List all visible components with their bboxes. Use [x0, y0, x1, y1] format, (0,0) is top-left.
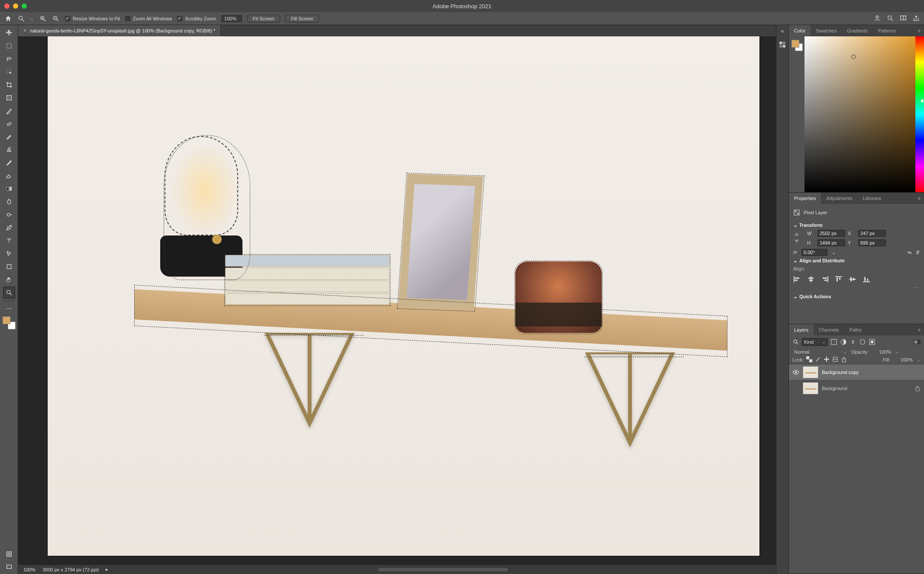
zoom-tool[interactable] — [3, 287, 15, 299]
lock-transparency-icon[interactable] — [806, 356, 812, 363]
align-hcenter-icon[interactable] — [807, 276, 815, 283]
quick-actions-section[interactable]: Quick Actions — [793, 292, 920, 301]
filter-pixel-icon[interactable] — [830, 339, 837, 345]
share-icon[interactable] — [913, 15, 920, 23]
blend-mode-select[interactable]: Normal⌄ — [792, 349, 849, 355]
angle-input[interactable]: 0.00° — [801, 249, 827, 256]
status-caret-icon[interactable]: ▸ — [106, 567, 108, 572]
height-input[interactable]: 1494 px — [817, 239, 845, 246]
lock-pixels-icon[interactable] — [815, 356, 821, 363]
scrubby-zoom-checkbox[interactable]: Scrubby Zoom — [177, 16, 216, 21]
collapse-chevron-icon[interactable]: « — [779, 28, 786, 35]
panel-menu-icon[interactable]: ≡ — [914, 324, 924, 335]
flip-vertical-icon[interactable]: ⇵ — [916, 250, 920, 255]
healing-brush-tool[interactable] — [3, 118, 15, 130]
crop-tool[interactable] — [3, 79, 15, 91]
marquee-tool[interactable] — [3, 40, 15, 52]
tab-libraries[interactable]: Libraries — [858, 193, 886, 204]
move-tool[interactable] — [3, 27, 15, 39]
tab-layers[interactable]: Layers — [789, 324, 814, 335]
history-brush-tool[interactable] — [3, 157, 15, 169]
layer-row[interactable]: Background — [789, 380, 924, 396]
zoom-in-icon[interactable] — [39, 15, 47, 23]
flip-horizontal-icon[interactable]: ⇋ — [908, 250, 911, 255]
frame-tool[interactable] — [3, 92, 15, 104]
minimize-window-button[interactable] — [13, 3, 18, 9]
eraser-tool[interactable] — [3, 170, 15, 182]
panel-menu-icon[interactable]: ≡ — [914, 25, 924, 36]
fill-input[interactable]: 100% — [893, 357, 914, 362]
status-doc-info[interactable]: 3000 px x 2794 px (72 ppi) — [42, 567, 99, 572]
layer-filter-kind[interactable]: Kind⌄ — [802, 338, 828, 346]
zoom-out-icon[interactable] — [52, 15, 60, 23]
fit-screen-button[interactable]: Fit Screen — [247, 15, 280, 23]
status-zoom[interactable]: 100% — [23, 567, 36, 572]
chevron-down-icon[interactable]: ⌄ — [917, 358, 921, 362]
chevron-down-icon[interactable]: ⌄ — [895, 350, 899, 354]
home-button[interactable] — [4, 15, 12, 23]
zoom-preset-caret-icon[interactable]: ⌄ — [30, 16, 34, 21]
layer-name[interactable]: Background — [822, 386, 847, 391]
search-icon[interactable] — [887, 15, 894, 23]
clone-stamp-tool[interactable] — [3, 144, 15, 156]
lasso-tool[interactable] — [3, 53, 15, 65]
gradient-tool[interactable] — [3, 183, 15, 195]
quick-mask-button[interactable] — [3, 548, 15, 560]
transform-section[interactable]: Transform — [793, 220, 920, 230]
filter-smart-icon[interactable] — [869, 339, 876, 345]
hue-slider[interactable] — [915, 36, 924, 192]
layer-name[interactable]: Background copy — [822, 370, 859, 375]
path-selection-tool[interactable] — [3, 248, 15, 260]
color-picker-field[interactable] — [804, 36, 915, 192]
dodge-tool[interactable] — [3, 209, 15, 221]
width-input[interactable]: 2502 px — [817, 230, 845, 237]
tab-swatches[interactable]: Swatches — [811, 25, 842, 36]
tab-paths[interactable]: Paths — [844, 324, 867, 335]
document-tab[interactable]: × natural-goods-berlin-L6NP4ZGnpSY-unspl… — [18, 25, 221, 36]
lock-position-icon[interactable] — [824, 356, 830, 363]
zoom-percent-field[interactable]: 100% — [221, 15, 242, 22]
type-tool[interactable] — [3, 235, 15, 247]
align-top-icon[interactable] — [835, 276, 843, 283]
link-wh-icon[interactable] — [793, 232, 804, 245]
filter-toggle-icon[interactable] — [914, 339, 921, 345]
collapsed-panel-icon[interactable] — [779, 41, 786, 48]
resize-windows-checkbox[interactable]: Resize Windows to Fit — [65, 16, 120, 21]
filter-shape-icon[interactable] — [859, 339, 866, 345]
tab-patterns[interactable]: Patterns — [873, 25, 901, 36]
cloud-docs-icon[interactable] — [874, 15, 881, 23]
align-right-icon[interactable] — [821, 276, 829, 283]
maximize-window-button[interactable] — [22, 3, 27, 9]
lock-artboard-icon[interactable] — [832, 356, 838, 363]
tab-gradients[interactable]: Gradients — [842, 25, 873, 36]
align-section[interactable]: Align and Distribute — [793, 256, 920, 265]
filter-type-icon[interactable]: T — [850, 339, 856, 345]
close-window-button[interactable] — [4, 3, 10, 9]
fill-screen-button[interactable]: Fill Screen — [285, 15, 319, 23]
workspace-switcher-icon[interactable] — [900, 15, 907, 23]
align-bottom-icon[interactable] — [863, 276, 870, 283]
align-vcenter-icon[interactable] — [849, 276, 856, 283]
tab-adjustments[interactable]: Adjustments — [821, 193, 858, 204]
close-tab-icon[interactable]: × — [23, 28, 26, 34]
hand-tool[interactable] — [3, 274, 15, 286]
tab-color[interactable]: Color — [789, 25, 811, 36]
color-swatches[interactable] — [3, 316, 16, 329]
object-selection-tool[interactable] — [3, 66, 15, 78]
angle-caret-icon[interactable]: ⌄ — [832, 250, 836, 255]
pen-tool[interactable] — [3, 222, 15, 234]
x-input[interactable]: 247 px — [858, 230, 886, 237]
eyedropper-tool[interactable] — [3, 105, 15, 117]
shape-tool[interactable] — [3, 261, 15, 273]
align-left-icon[interactable] — [793, 276, 801, 283]
tab-channels[interactable]: Channels — [814, 324, 844, 335]
screen-mode-button[interactable] — [3, 561, 15, 573]
align-more-icon[interactable]: ⋯ — [793, 284, 920, 292]
layer-row[interactable]: Background copy — [789, 364, 924, 380]
zoom-all-checkbox[interactable]: Zoom All Windows — [125, 16, 172, 21]
horizontal-scrollbar[interactable] — [378, 568, 508, 571]
blur-tool[interactable] — [3, 196, 15, 208]
canvas-viewport[interactable] — [18, 36, 776, 564]
visibility-toggle-icon[interactable] — [792, 369, 799, 376]
edit-toolbar-button[interactable]: ⋯ — [3, 303, 15, 315]
